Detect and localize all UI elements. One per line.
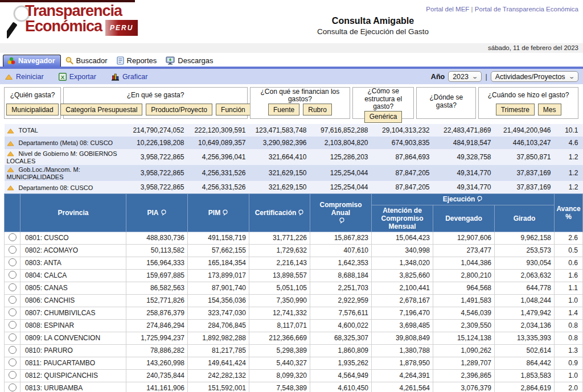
cell-pia: 156,964,333 (126, 257, 188, 269)
cell-pim: 149,641,424 (188, 357, 249, 369)
row-radio-button[interactable] (9, 371, 17, 379)
province-label[interactable]: 0812: QUISPICANCHIS (20, 369, 126, 382)
col-header-pia[interactable]: PIA (126, 193, 188, 232)
site-logo[interactable]: Transparencia Económica PERU (5, 3, 187, 41)
mes-button[interactable]: Mes (538, 104, 561, 115)
cell-devengado: 273,477 (433, 244, 495, 257)
row-radio-button[interactable] (9, 246, 17, 254)
tab-label: Navegador (18, 57, 55, 65)
province-label[interactable]: 0806: CANCHIS (20, 294, 126, 307)
row-radio-button[interactable] (9, 321, 17, 329)
navigator-icon (7, 57, 15, 65)
link-portal-transparencia[interactable]: Portal de Transparencia Económica (475, 6, 578, 13)
row-radio-button[interactable] (9, 346, 17, 354)
col-header-compromiso[interactable]: Compromiso Anual (310, 193, 372, 232)
balloon-sort-icon[interactable] (161, 209, 167, 216)
collapse-triangle-icon[interactable] (7, 141, 14, 146)
table-header: Provincia PIA PIM Certificación Compromi… (5, 193, 583, 232)
cell-avance: 1.1 (555, 282, 583, 294)
summary-certificacion: 321,629,150 (249, 181, 310, 193)
collapse-triangle-icon[interactable] (7, 128, 14, 134)
cell-pim: 173,899,017 (188, 269, 249, 282)
cell-compromiso: 1,860,809 (310, 344, 372, 357)
radio-cell (5, 332, 20, 344)
col-header-pim[interactable]: PIM (188, 193, 249, 232)
col-header-atencion[interactable]: Atención de Compromiso Mensual (372, 205, 433, 232)
table-row: 0811: PAUCARTAMBO 143,260,998 149,641,42… (5, 357, 583, 369)
province-label[interactable]: 0803: ANTA (20, 257, 126, 269)
province-label[interactable]: 0808: ESPINAR (20, 319, 126, 332)
collapse-triangle-icon[interactable] (7, 185, 14, 191)
trimestre-button[interactable]: Trimestre (496, 104, 535, 115)
balloon-sort-icon[interactable] (222, 209, 228, 216)
radio-column-header (5, 193, 20, 232)
link-portal-mef[interactable]: Portal del MEF (426, 6, 469, 13)
tab-navegador[interactable]: Navegador (3, 55, 61, 67)
cell-atencion: 1,380,788 (372, 344, 433, 357)
reiniciar-button[interactable]: Reiniciar (5, 73, 44, 81)
cell-certificacion: 1,729,632 (249, 244, 310, 257)
row-radio-button[interactable] (9, 258, 17, 266)
row-radio-button[interactable] (9, 271, 17, 279)
summary-label-cell[interactable]: TOTAL (5, 124, 126, 137)
row-radio-button[interactable] (9, 283, 17, 291)
summary-certificacion: 3,290,982,396 (249, 137, 310, 149)
rubro-button[interactable]: Rubro (303, 104, 332, 115)
province-label[interactable]: 0809: LA CONVENCION (20, 332, 126, 344)
province-label[interactable]: 0802: ACOMAYO (20, 244, 126, 257)
balloon-sort-icon[interactable] (477, 196, 483, 203)
graficar-label: Graficar (122, 73, 147, 81)
col-header-certificacion[interactable]: Certificación (249, 193, 310, 232)
balloon-sort-icon[interactable] (298, 209, 304, 216)
year-label: Año (431, 73, 445, 81)
year-select[interactable]: 2023 ⌄ (448, 71, 482, 82)
province-label[interactable]: 0804: CALCA (20, 269, 126, 282)
tab-descargas[interactable]: Descargas (162, 55, 218, 67)
cell-compromiso: 4,610,450 (310, 382, 372, 392)
summary-label-cell[interactable]: Departamento (Meta) 08: CUSCO (5, 137, 126, 149)
col-header-devengado[interactable]: Devengado (433, 205, 495, 232)
summary-label: Nivel de Gobierno M: GOBIERNOS LOCALES (7, 150, 117, 164)
tab-buscador[interactable]: Buscador (61, 55, 113, 67)
filter-question: ¿Con qué se financian los gastos? (251, 88, 350, 104)
municipalidad-button[interactable]: Municipalidad (6, 104, 58, 115)
logo-line1: Transparencia (25, 3, 138, 18)
summary-label-cell[interactable]: Nivel de Gobierno M: GOBIERNOS LOCALES (5, 149, 126, 165)
col-header-ejecucion[interactable]: Ejecución (372, 193, 555, 205)
row-radio-button[interactable] (9, 383, 17, 391)
row-radio-button[interactable] (9, 308, 17, 316)
row-radio-button[interactable] (9, 233, 17, 241)
graficar-button[interactable]: Graficar (111, 73, 147, 81)
row-radio-button[interactable] (9, 333, 17, 341)
summary-label-cell[interactable]: Gob.Loc./Mancom. M: MUNICIPALIDADES (5, 165, 126, 181)
cell-compromiso: 2,922,959 (310, 294, 372, 307)
province-label[interactable]: 0807: CHUMBIVILCAS (20, 307, 126, 319)
province-label[interactable]: 0801: CUSCO (20, 232, 126, 244)
balloon-sort-icon[interactable] (339, 217, 345, 224)
cell-compromiso: 1,935,262 (310, 357, 372, 369)
chevron-down-icon: ⌄ (568, 73, 575, 80)
row-radio-button[interactable] (9, 296, 17, 304)
province-label[interactable]: 0810: PARURO (20, 344, 126, 357)
cell-certificacion: 5,298,389 (249, 344, 310, 357)
fuente-button[interactable]: Fuente (268, 104, 299, 115)
province-label[interactable]: 0813: URUBAMBA (20, 382, 126, 392)
funcion-button[interactable]: Función (216, 104, 251, 115)
collapse-triangle-icon[interactable] (7, 167, 14, 172)
cell-pia: 488,830,736 (126, 232, 188, 244)
col-header-girado[interactable]: Girado (495, 205, 555, 232)
exportar-button[interactable]: X Exportar (59, 73, 96, 81)
province-label[interactable]: 0805: CANAS (20, 282, 126, 294)
summary-label-cell[interactable]: Departamento 08: CUSCO (5, 181, 126, 193)
row-radio-button[interactable] (9, 358, 17, 366)
mode-select[interactable]: Actividades/Proyectos ⌄ (491, 71, 578, 82)
collapse-triangle-icon[interactable] (7, 151, 14, 156)
radio-cell (5, 307, 20, 319)
filter-question: ¿Cuándo se hizo el gasto? (479, 88, 578, 104)
summary-label: Departamento (Meta) 08: CUSCO (19, 140, 113, 147)
generica-button[interactable]: Genérica (364, 111, 403, 123)
categoria-presupuestal-button[interactable]: Categoría Presupuestal (60, 104, 142, 115)
tab-reportes[interactable]: Reportes (113, 55, 162, 67)
province-label[interactable]: 0811: PAUCARTAMBO (20, 357, 126, 369)
producto-proyecto-button[interactable]: Producto/Proyecto (146, 104, 212, 115)
